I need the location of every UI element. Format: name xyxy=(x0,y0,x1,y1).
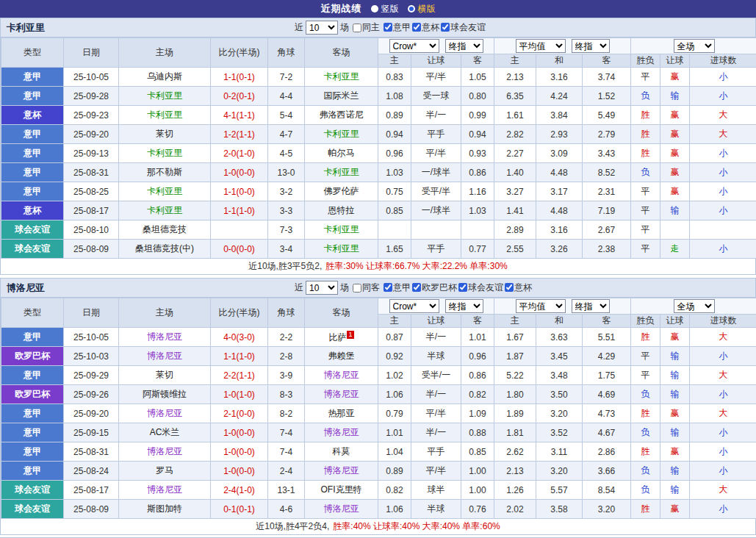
home-team-cell[interactable]: 莱切 xyxy=(119,366,211,385)
avg-source-select[interactable]: 平均值 xyxy=(516,39,566,53)
league-checkbox[interactable] xyxy=(505,283,514,292)
handicap-result-cell: 输 xyxy=(660,347,690,366)
league-checkbox[interactable] xyxy=(441,23,450,32)
scope-select[interactable]: 全场 xyxy=(674,299,715,313)
avg-away-odds-cell: 2.67 xyxy=(583,220,631,240)
away-team-cell[interactable]: 卡利亚里 xyxy=(305,68,378,87)
home-team-cell[interactable]: 莱切 xyxy=(119,125,211,144)
away-team-cell[interactable]: 卡利亚里 xyxy=(305,220,378,240)
away-team-cell[interactable]: OFI克里特 xyxy=(305,481,378,500)
league-checkbox[interactable] xyxy=(458,283,467,292)
home-team-cell[interactable]: 桑坦德竞技(中) xyxy=(119,240,211,259)
avg-home-odds-cell: 2.62 xyxy=(494,442,536,462)
away-team-cell[interactable]: 恩特拉 xyxy=(305,201,378,220)
avg-draw-odds-cell: 2.93 xyxy=(536,125,583,144)
match-result-cell: 胜 xyxy=(631,106,660,125)
match-row: 意甲25-08-31那不勒斯1-0(0-0)13-0卡利亚里1.03一/球半0.… xyxy=(1,163,756,182)
same-venue-filter[interactable]: 同客 xyxy=(353,281,380,294)
league-type-cell: 意甲 xyxy=(1,163,64,182)
away-team-cell[interactable]: 博洛尼亚 xyxy=(305,366,378,385)
home-team-cell[interactable]: 博洛尼亚 xyxy=(119,481,211,500)
away-team-cell[interactable]: 博洛尼亚 xyxy=(305,462,378,481)
date-cell: 25-08-25 xyxy=(64,182,119,201)
match-count-select[interactable]: 10 xyxy=(306,21,338,35)
avg-home-odds-cell: 2.27 xyxy=(494,144,536,163)
away-team-cell[interactable]: 佛罗伦萨 xyxy=(305,182,378,201)
same-venue-checkbox[interactable] xyxy=(353,24,361,32)
home-team-cell[interactable]: 卡利亚里 xyxy=(119,106,211,125)
home-team-cell[interactable]: 卡利亚里 xyxy=(119,144,211,163)
away-team-cell[interactable]: 博洛尼亚 xyxy=(305,385,378,404)
avg-draw-odds-cell: 3.52 xyxy=(536,423,583,442)
away-team-cell[interactable]: 卡利亚里 xyxy=(305,163,378,182)
vertical-radio-icon[interactable] xyxy=(371,5,378,12)
same-venue-filter[interactable]: 同主 xyxy=(353,21,380,34)
score-cell: 2-4(1-0) xyxy=(211,481,268,500)
handicap-home-odds-cell: 1.03 xyxy=(378,163,411,182)
layout-vertical-option[interactable]: 竖版 xyxy=(371,3,399,15)
same-venue-checkbox[interactable] xyxy=(353,284,361,293)
league-checkbox[interactable] xyxy=(384,23,392,32)
match-count-select[interactable]: 10 xyxy=(306,281,338,295)
home-team-cell[interactable]: 卡利亚里 xyxy=(119,87,211,106)
odds-time-select[interactable]: 终指 xyxy=(445,39,483,53)
layout-horizontal-option[interactable]: 横版 xyxy=(408,3,436,15)
home-team-cell[interactable]: 博洛尼亚 xyxy=(119,328,211,347)
away-team-cell[interactable]: 热那亚 xyxy=(305,404,378,423)
away-team-cell[interactable]: 卡利亚里 xyxy=(305,240,378,259)
away-team-cell[interactable]: 卡利亚里 xyxy=(305,125,378,144)
date-cell: 25-08-31 xyxy=(64,163,119,182)
home-team-cell[interactable]: 卡利亚里 xyxy=(119,182,211,201)
home-team-cell[interactable]: AC米兰 xyxy=(119,423,211,442)
col-header-avg-home: 主 xyxy=(494,315,536,328)
away-team-cell[interactable]: 科莫 xyxy=(305,442,378,462)
league-checkbox[interactable] xyxy=(412,283,421,292)
away-team-cell[interactable]: 弗赖堡 xyxy=(305,347,378,366)
league-type-cell: 意甲 xyxy=(1,404,64,423)
league-filter-意杯[interactable]: 意杯 xyxy=(412,21,439,34)
home-team-cell[interactable]: 卡利亚里 xyxy=(119,201,211,220)
home-team-cell[interactable]: 博洛尼亚 xyxy=(119,347,211,366)
home-team-cell[interactable]: 桑坦德竞技 xyxy=(119,220,211,240)
league-filter-球会友谊[interactable]: 球会友谊 xyxy=(458,281,503,294)
home-team-cell[interactable]: 乌迪内斯 xyxy=(119,68,211,87)
home-team-cell[interactable]: 罗马 xyxy=(119,462,211,481)
avg-home-odds-cell: 2.89 xyxy=(494,220,536,240)
league-filter-意甲[interactable]: 意甲 xyxy=(384,281,411,294)
corner-cell: 8-2 xyxy=(268,404,305,423)
avg-draw-odds-cell: 3.09 xyxy=(536,144,583,163)
odds-source-select[interactable]: Crow* xyxy=(389,299,439,313)
league-filter-球会友谊[interactable]: 球会友谊 xyxy=(441,21,486,34)
avg-time-select[interactable]: 终指 xyxy=(572,299,610,313)
home-team-cell[interactable]: 博洛尼亚 xyxy=(119,442,211,462)
avg-away-odds-cell: 4.29 xyxy=(583,347,631,366)
home-team-cell[interactable]: 那不勒斯 xyxy=(119,163,211,182)
handicap-away-odds-cell: 0.94 xyxy=(461,125,494,144)
away-team-cell[interactable]: 帕尔马 xyxy=(305,144,378,163)
score-cell: 1-1(0-0) xyxy=(211,182,268,201)
league-type-cell: 意杯 xyxy=(1,106,64,125)
away-team-cell[interactable]: 国际米兰 xyxy=(305,87,378,106)
scope-group: 全场 xyxy=(631,298,756,315)
odds-time-select[interactable]: 终指 xyxy=(445,299,483,313)
league-filter-意杯[interactable]: 意杯 xyxy=(505,281,532,294)
league-checkbox[interactable] xyxy=(412,23,421,32)
away-team-cell[interactable]: 弗洛西诺尼 xyxy=(305,106,378,125)
league-checkbox[interactable] xyxy=(384,283,392,292)
avg-away-odds-cell: 4.67 xyxy=(583,423,631,442)
odds-source-select[interactable]: Crow* xyxy=(389,39,439,53)
scope-select[interactable]: 全场 xyxy=(674,39,715,53)
league-filter-意甲[interactable]: 意甲 xyxy=(384,21,411,34)
home-team-cell[interactable]: 斯图加特 xyxy=(119,500,211,519)
league-filter-欧罗巴杯[interactable]: 欧罗巴杯 xyxy=(412,281,457,294)
corner-cell: 4-6 xyxy=(268,500,305,519)
horizontal-radio-icon[interactable] xyxy=(408,5,415,12)
away-team-cell[interactable]: 博洛尼亚 xyxy=(305,423,378,442)
avg-source-select[interactable]: 平均值 xyxy=(516,299,566,313)
away-team-cell[interactable]: 比萨1 xyxy=(305,328,378,347)
away-team-cell[interactable]: 博洛尼亚 xyxy=(305,500,378,519)
avg-time-select[interactable]: 终指 xyxy=(572,39,610,53)
home-team-cell[interactable]: 博洛尼亚 xyxy=(119,404,211,423)
home-team-cell[interactable]: 阿斯顿维拉 xyxy=(119,385,211,404)
handicap-result-cell: 输 xyxy=(660,87,690,106)
